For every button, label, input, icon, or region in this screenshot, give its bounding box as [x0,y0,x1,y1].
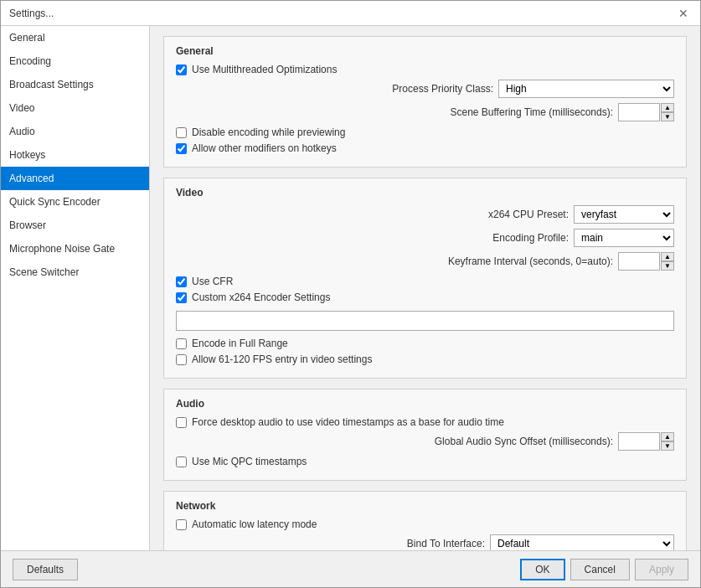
disable-encoding-row: Disable encoding while previewing [176,126,674,138]
encode-fullrange-label: Encode in Full Range [192,338,288,349]
allow-61120-checkbox[interactable] [176,354,187,365]
global-audio-sync-input[interactable]: 0 [618,432,660,451]
encoding-profile-label: Encoding Profile: [492,232,569,244]
bind-interface-label: Bind To Interface: [407,538,485,549]
global-audio-sync-spinner-buttons: ▲ ▼ [661,432,674,451]
settings-dialog: Settings... ✕ General Encoding Broadcast… [0,0,701,588]
sidebar-item-general[interactable]: General [1,26,149,49]
allow-modifiers-label: Allow other modifiers on hotkeys [192,142,337,154]
sidebar-item-encoding[interactable]: Encoding [1,49,149,73]
apply-button[interactable]: Apply [635,559,688,580]
encoding-profile-select[interactable]: baseline main high [574,229,674,247]
use-multithreaded-row: Use Multithreaded Optimizations [176,64,674,75]
scene-buffering-spinner-buttons: ▲ ▼ [661,103,674,121]
defaults-button[interactable]: Defaults [13,559,78,580]
allow-61120-row: Allow 61-120 FPS entry in video settings [176,353,674,365]
use-mic-qpc-checkbox[interactable] [176,456,187,467]
use-mic-qpc-label: Use Mic QPC timestamps [192,456,307,467]
global-audio-sync-spinner: 0 ▲ ▼ [618,432,674,451]
main-content: General Use Multithreaded Optimizations … [150,26,700,550]
encode-fullrange-checkbox[interactable] [176,338,187,349]
video-section-title: Video [176,187,674,199]
custom-x264-input[interactable] [176,311,674,331]
close-button[interactable]: ✕ [675,5,692,22]
video-section: Video x264 CPU Preset: ultrafast superfa… [163,178,687,379]
scene-buffering-down-button[interactable]: ▼ [661,112,674,121]
ok-button[interactable]: OK [520,559,564,580]
allow-61120-label: Allow 61-120 FPS entry in video settings [192,353,372,365]
custom-x264-label: Custom x264 Encoder Settings [192,291,330,303]
sidebar-item-advanced[interactable]: Advanced [1,167,149,190]
scene-buffering-input[interactable]: 700 [618,103,660,121]
automatic-low-latency-row: Automatic low latency mode [176,518,674,530]
use-cfr-label: Use CFR [192,276,233,287]
disable-encoding-checkbox[interactable] [176,127,187,138]
bind-interface-select[interactable]: Default [490,534,674,550]
scene-buffering-up-button[interactable]: ▲ [661,103,674,112]
dialog-content: General Encoding Broadcast Settings Vide… [1,26,700,550]
allow-modifiers-row: Allow other modifiers on hotkeys [176,142,674,154]
x264-preset-row: x264 CPU Preset: ultrafast superfast ver… [176,205,674,224]
scene-buffering-label: Scene Buffering Time (milliseconds): [450,106,613,118]
process-priority-label: Process Priority Class: [392,83,493,95]
x264-preset-label: x264 CPU Preset: [488,209,569,220]
force-desktop-row: Force desktop audio to use video timesta… [176,416,674,428]
sidebar-item-video[interactable]: Video [1,96,149,120]
general-section: General Use Multithreaded Optimizations … [163,36,687,168]
sidebar-item-microphone-noise-gate[interactable]: Microphone Noise Gate [1,237,149,260]
keyframe-interval-label: Keyframe Interval (seconds, 0=auto): [448,255,613,267]
use-multithreaded-label: Use Multithreaded Optimizations [192,64,337,75]
global-audio-sync-down-button[interactable]: ▼ [661,441,674,451]
scene-buffering-row: Scene Buffering Time (milliseconds): 700… [176,103,674,121]
allow-modifiers-checkbox[interactable] [176,143,187,154]
network-section-title: Network [176,500,674,512]
keyframe-interval-up-button[interactable]: ▲ [661,252,674,261]
sidebar-item-hotkeys[interactable]: Hotkeys [1,143,149,167]
footer: Defaults OK Cancel Apply [1,550,700,587]
use-mic-qpc-row: Use Mic QPC timestamps [176,456,674,467]
bind-interface-row: Bind To Interface: Default [176,534,674,550]
audio-section-title: Audio [176,398,674,410]
keyframe-interval-input[interactable]: 2 [618,252,660,271]
keyframe-interval-spinner: 2 ▲ ▼ [618,252,674,271]
automatic-low-latency-label: Automatic low latency mode [192,518,317,530]
footer-right: OK Cancel Apply [520,559,688,580]
sidebar-item-scene-switcher[interactable]: Scene Switcher [1,260,149,284]
sidebar-item-browser[interactable]: Browser [1,214,149,237]
network-section: Network Automatic low latency mode Bind … [163,491,687,550]
global-audio-sync-up-button[interactable]: ▲ [661,432,674,441]
sidebar-item-quick-sync-encoder[interactable]: Quick Sync Encoder [1,190,149,214]
encoding-profile-row: Encoding Profile: baseline main high [176,229,674,247]
automatic-low-latency-checkbox[interactable] [176,519,187,530]
keyframe-interval-down-button[interactable]: ▼ [661,261,674,271]
dialog-title: Settings... [9,8,54,19]
general-section-title: General [176,45,674,57]
global-audio-sync-label: Global Audio Sync Offset (milliseconds): [435,436,613,447]
use-cfr-checkbox[interactable] [176,276,187,287]
keyframe-interval-row: Keyframe Interval (seconds, 0=auto): 2 ▲… [176,252,674,271]
audio-section: Audio Force desktop audio to use video t… [163,389,687,481]
sidebar-item-broadcast-settings[interactable]: Broadcast Settings [1,73,149,96]
global-audio-sync-row: Global Audio Sync Offset (milliseconds):… [176,432,674,451]
custom-x264-checkbox[interactable] [176,292,187,303]
force-desktop-label: Force desktop audio to use video timesta… [192,416,504,428]
footer-left: Defaults [13,559,78,580]
disable-encoding-label: Disable encoding while previewing [192,126,345,138]
sidebar: General Encoding Broadcast Settings Vide… [1,26,150,550]
keyframe-interval-spinner-buttons: ▲ ▼ [661,252,674,271]
custom-x264-row: Custom x264 Encoder Settings [176,291,674,303]
scene-buffering-spinner: 700 ▲ ▼ [618,103,674,121]
title-bar: Settings... ✕ [1,1,700,26]
sidebar-item-audio[interactable]: Audio [1,120,149,143]
encode-fullrange-row: Encode in Full Range [176,338,674,349]
process-priority-select[interactable]: High Above Normal Normal Below Normal Id… [498,80,674,98]
use-cfr-row: Use CFR [176,276,674,287]
process-priority-row: Process Priority Class: High Above Norma… [176,80,674,98]
force-desktop-checkbox[interactable] [176,417,187,428]
x264-preset-select[interactable]: ultrafast superfast veryfast faster fast… [574,205,674,224]
cancel-button[interactable]: Cancel [570,559,630,580]
use-multithreaded-checkbox[interactable] [176,64,187,75]
